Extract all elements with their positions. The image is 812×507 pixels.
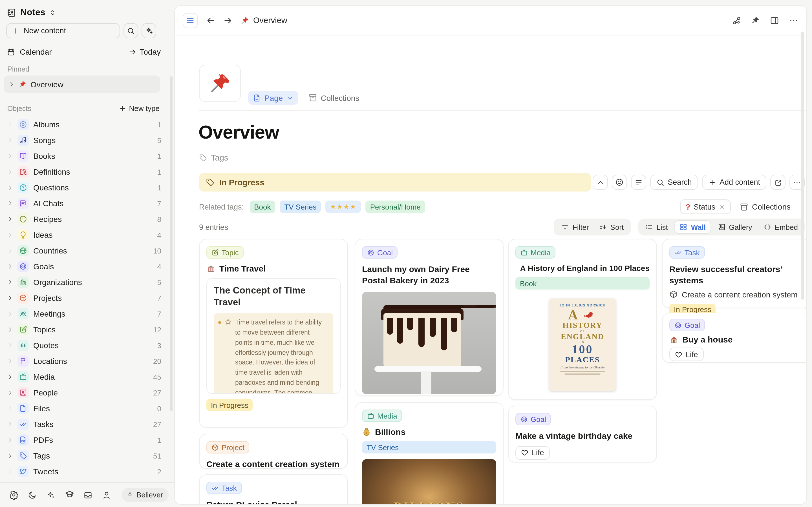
sidebar-item-overview[interactable]: Overview (4, 75, 160, 93)
sidebar-item-media[interactable]: Media45 (0, 369, 167, 385)
sidebar-item-quotes[interactable]: Quotes3 (0, 337, 167, 353)
description-button[interactable] (631, 175, 646, 190)
forward-button[interactable] (223, 15, 233, 25)
book-chip[interactable]: Book (515, 277, 650, 290)
side-panel-button[interactable] (770, 15, 779, 25)
collections-button[interactable]: Collections (308, 93, 359, 102)
view-tab-gallery[interactable]: Gallery (713, 220, 756, 234)
card-buy-house[interactable]: Goal Buy a house Life (662, 313, 807, 363)
sidebar-item-tweets[interactable]: Tweets2 (0, 464, 167, 480)
collapse-button[interactable] (593, 175, 608, 190)
view-tab-list[interactable]: List (641, 220, 672, 234)
card-review-systems[interactable]: Task Review successful creators' systems… (662, 239, 807, 308)
view-tab-wall[interactable]: Wall (675, 220, 711, 234)
workspace-switcher[interactable]: Notes (7, 6, 57, 19)
life-chip[interactable]: Life (515, 446, 550, 460)
status-chip[interactable]: In Progress (206, 399, 253, 411)
related-tag-tv-series[interactable]: TV Series (280, 201, 321, 213)
sidebar-item-goals[interactable]: Goals4 (0, 259, 167, 274)
toggle-sidebar-button[interactable] (183, 13, 198, 28)
sidebar-item-definitions[interactable]: Definitions1 (0, 164, 167, 180)
related-tag-stars[interactable]: ★★★★ (326, 201, 361, 213)
card-time-travel[interactable]: Topic Time Travel The Concept of Time Tr… (199, 239, 348, 428)
whats-new-button[interactable] (44, 488, 57, 502)
sort-button[interactable]: Sort (599, 223, 624, 231)
card-bakery-goal[interactable]: Goal Launch my own Dairy Free Postal Bak… (355, 239, 504, 396)
sidebar-item-count: 20 (153, 357, 161, 365)
sidebar-item-recipes[interactable]: Recipes8 (0, 211, 167, 227)
status-banner[interactable]: In Progress (199, 173, 591, 191)
breadcrumb[interactable]: Overview (241, 16, 287, 25)
inbox-button[interactable] (81, 488, 95, 502)
sidebar-item-songs[interactable]: Songs5 (0, 132, 167, 148)
sidebar-item-files[interactable]: Files0 (0, 400, 167, 416)
more-options-button[interactable] (789, 15, 799, 25)
close-icon[interactable] (719, 204, 725, 210)
sidebar-scrollbar[interactable] (170, 76, 172, 411)
sidebar-item-pdfs[interactable]: PDFs1 (0, 432, 167, 448)
sidebar-item-meetings[interactable]: Meetings7 (0, 306, 167, 322)
new-type-button[interactable]: New type (119, 104, 160, 113)
graph-view-button[interactable] (732, 15, 742, 25)
related-tag-personal-home[interactable]: Personal/Home (366, 201, 425, 213)
ai-sparkle-button[interactable] (142, 23, 156, 38)
profile-button[interactable] (100, 488, 113, 502)
sidebar-item-questions[interactable]: Questions1 (0, 180, 167, 195)
sidebar-item-label: Meetings (33, 309, 65, 318)
sidebar-item-ai-chats[interactable]: AI Chats7 (0, 195, 167, 211)
chevron-right-icon (7, 264, 13, 269)
membership-badge[interactable]: Believer (122, 488, 168, 502)
sidebar-item-organizations[interactable]: Organizations5 (0, 274, 167, 290)
tags-property[interactable]: Tags (199, 153, 228, 162)
view-tab-embed[interactable]: Embed (759, 220, 802, 234)
embedded-doc[interactable]: The Concept of Time Travel Time travel r… (206, 278, 341, 394)
add-content-button[interactable]: Add content (702, 175, 766, 190)
sidebar-item-ideas[interactable]: Ideas4 (0, 227, 167, 243)
tv-series-chip[interactable]: TV Series (362, 441, 496, 453)
search-entries-button[interactable]: Search (650, 175, 698, 190)
dark-mode-button[interactable] (26, 488, 39, 502)
status-filter-chip[interactable]: ? Status (680, 200, 730, 214)
pin-button[interactable] (751, 16, 760, 25)
filter-button[interactable]: Filter (561, 223, 589, 231)
card-vintage-cake[interactable]: Goal Make a vintage birthday cake Life (508, 406, 657, 462)
sparkle-icon (145, 26, 153, 35)
calendar-row[interactable]: Calendar Today (7, 45, 161, 59)
back-button[interactable] (206, 15, 215, 25)
sidebar-item-albums[interactable]: Albums1 (0, 117, 167, 132)
new-content-button[interactable]: New content (6, 23, 120, 38)
icon-picker-button[interactable] (612, 175, 627, 190)
sidebar-item-countries[interactable]: Countries10 (0, 243, 167, 259)
sidebar-item-locations[interactable]: Locations20 (0, 353, 167, 369)
card-content-system[interactable]: Project Create a content creation system (199, 434, 348, 469)
sidebar-item-people[interactable]: People27 (0, 385, 167, 400)
sidebar-item-tags[interactable]: Tags51 (0, 448, 167, 464)
embed-view-icon (763, 223, 771, 231)
sidebar-item-books[interactable]: Books1 (0, 148, 167, 164)
card-billions[interactable]: Media Billions TV Series BILLIONS THE FI… (355, 402, 504, 505)
main-scrollbar[interactable] (801, 32, 804, 300)
page-title[interactable]: Overview (199, 122, 279, 143)
sidebar-item-topics[interactable]: Topics12 (0, 322, 167, 337)
today-link[interactable]: Today (128, 47, 161, 56)
sidebar-item-tasks[interactable]: Tasks27 (0, 416, 167, 432)
page-icon[interactable] (199, 65, 241, 102)
card-return-parcel[interactable]: Task Return DLouise Parcel (199, 474, 348, 505)
target-icon (520, 415, 528, 423)
collections-filter-button[interactable]: Collections (740, 202, 791, 211)
sidebar-item-projects[interactable]: Projects7 (0, 290, 167, 306)
life-chip[interactable]: Life (669, 348, 704, 361)
chevron-right-icon (7, 469, 13, 474)
open-as-object-button[interactable] (770, 175, 785, 190)
book-cover-image: JOHN JULIUS NORWICH A HISTORY OF ENGLAND… (515, 295, 650, 394)
related-tag-book[interactable]: Book (250, 201, 275, 213)
card-history-england[interactable]: Media A History of England in 100 Places… (508, 239, 657, 400)
linked-object[interactable]: Create a content creation system (669, 290, 804, 299)
heart-icon (675, 351, 682, 358)
search-button[interactable] (123, 23, 138, 38)
chevron-right-icon (7, 169, 13, 175)
settings-button[interactable] (7, 488, 20, 502)
object-type-dropdown[interactable]: Page (248, 91, 298, 105)
learn-button[interactable] (63, 488, 76, 502)
sidebar-item-count: 8 (157, 215, 161, 223)
